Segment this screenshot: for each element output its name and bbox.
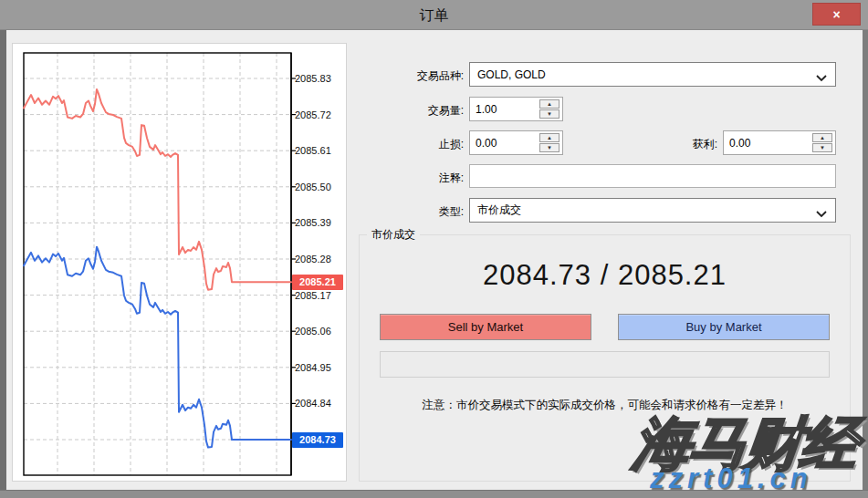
volume-stepper: ▲ ▼ (469, 97, 563, 121)
bid-ask-price: 2084.73 / 2085.21 (360, 259, 850, 292)
symbol-select[interactable]: GOLD, GOLD (469, 62, 836, 87)
comment-field-wrap (469, 164, 836, 188)
take-profit-stepper: ▲ ▼ (723, 130, 836, 155)
group-title: 市价成交 (367, 227, 420, 243)
bid-price-badge: 2084.73 (292, 432, 343, 448)
y-axis-label: 2085.06 (295, 325, 342, 337)
chevron-down-icon (816, 72, 827, 85)
y-axis-label: 2085.50 (295, 181, 342, 193)
volume-up-button[interactable]: ▲ (539, 99, 559, 109)
take-profit-label: 获利: (663, 137, 717, 152)
take-profit-down-button[interactable]: ▼ (812, 143, 832, 152)
ask-price-badge: 2085.21 (292, 275, 343, 290)
arrow-down-icon: ▼ (547, 145, 552, 150)
sell-by-market-button[interactable]: Sell by Market (380, 314, 591, 340)
window-edge-left (0, 0, 6, 498)
y-axis-label: 2084.95 (295, 361, 342, 374)
chevron-down-icon (816, 208, 827, 221)
stop-loss-down-button[interactable]: ▼ (539, 143, 559, 152)
arrow-down-icon: ▼ (820, 145, 825, 150)
comment-input[interactable] (470, 165, 835, 187)
arrow-up-icon: ▲ (547, 135, 552, 140)
symbol-label: 交易品种: (354, 68, 464, 84)
titlebar: 订单 × (0, 0, 868, 30)
type-select[interactable]: 市价成交 (469, 198, 836, 223)
buy-by-market-button[interactable]: Buy by Market (618, 314, 830, 340)
symbol-value: GOLD, GOLD (477, 68, 546, 81)
close-button[interactable]: × (812, 3, 861, 26)
y-axis-label: 2084.84 (295, 397, 342, 410)
y-axis-label: 2085.83 (295, 72, 342, 85)
watermark-url: zzrt01.cn (650, 462, 812, 495)
order-dialog: 订单 × 2085.832085.722085.612085.502085.39… (0, 0, 868, 498)
y-axis-label: 2085.72 (295, 109, 342, 121)
y-axis-label: 2085.28 (295, 253, 342, 265)
y-axis-label: 2085.61 (295, 144, 342, 157)
take-profit-input[interactable] (724, 131, 808, 154)
comment-label: 注释: (354, 171, 464, 186)
type-label: 类型: (354, 204, 464, 220)
volume-label: 交易量: (354, 103, 464, 119)
arrow-up-icon: ▲ (547, 101, 552, 107)
order-progress-box (380, 351, 830, 378)
y-axis-label: 2085.39 (295, 216, 342, 229)
stop-loss-input[interactable] (470, 131, 535, 154)
tick-chart-panel: 2085.832085.722085.612085.502085.392085.… (12, 43, 347, 482)
stop-loss-label: 止损: (354, 137, 464, 152)
volume-input[interactable] (470, 98, 535, 120)
close-icon: × (832, 7, 840, 22)
stop-loss-stepper: ▲ ▼ (469, 130, 563, 155)
type-value: 市价成交 (477, 202, 521, 218)
arrow-down-icon: ▼ (547, 111, 552, 117)
dialog-title: 订单 (0, 6, 868, 26)
stop-loss-up-button[interactable]: ▲ (539, 133, 559, 142)
window-edge-right (863, 0, 868, 498)
volume-down-button[interactable]: ▼ (539, 109, 559, 119)
arrow-up-icon: ▲ (820, 135, 825, 140)
take-profit-up-button[interactable]: ▲ (812, 133, 832, 142)
y-axis-label: 2085.17 (295, 289, 342, 302)
